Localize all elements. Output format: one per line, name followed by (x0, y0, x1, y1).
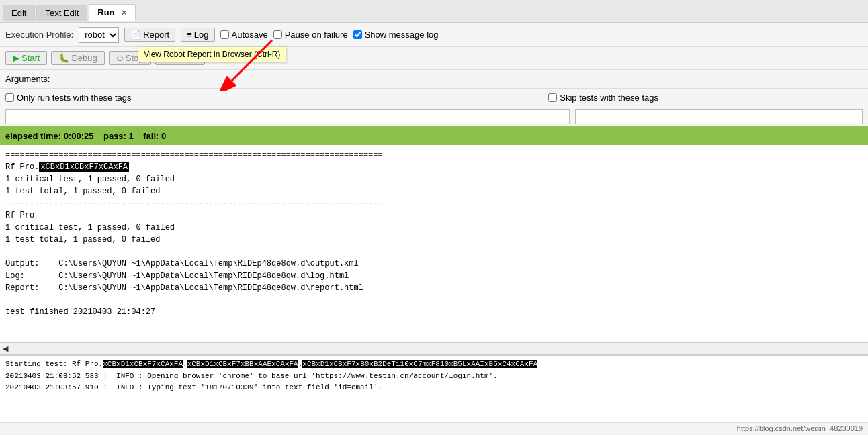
only-run-checkbox[interactable] (5, 93, 14, 102)
tab-edit[interactable]: Edit (3, 5, 35, 21)
pause-on-failure-group: Pause on failure (273, 30, 348, 40)
log-h1: xCBxD1xCBxF7xCAxFA (103, 360, 183, 368)
stop-icon: ⊙ (116, 53, 124, 63)
tab-bar: Edit Text Edit Run ✕ (0, 0, 868, 23)
debug-icon: 🐛 (58, 53, 69, 63)
only-run-label[interactable]: Only run tests with these tags (17, 93, 132, 103)
output-log-path: Log: C:\Users\QUYUN_~1\AppData\Local\Tem… (5, 270, 863, 282)
arguments-section: Arguments: (0, 70, 868, 89)
fail-count: fail: 0 (143, 131, 166, 141)
start-button[interactable]: ▶ Start (5, 51, 47, 65)
report-icon: 📄 (130, 30, 141, 40)
report-button-container: 📄 Report View Robot Report in Browser (C… (124, 28, 175, 42)
scroll-left-icon: ◀ (3, 344, 8, 353)
pause-on-failure-label[interactable]: Pause on failure (285, 30, 348, 40)
skip-tags-checkbox[interactable] (548, 93, 557, 102)
show-message-log-group: Show message log (353, 30, 439, 40)
pass-count: pass: 1 (103, 131, 134, 141)
autosave-label[interactable]: Autosave (232, 30, 268, 40)
skip-tags-input[interactable] (575, 109, 863, 124)
run-controls: ▶ Start 🐛 Debug ⊙ Stop ⏸ Pause (0, 47, 868, 70)
output-critical-2: 1 critical test, 1 passed, 0 failed (5, 222, 863, 234)
output-separator-1: ========================================… (5, 149, 863, 161)
log-line-2: 20210403 21:03:57.910 : INFO : Typing te… (5, 382, 863, 394)
report-button[interactable]: 📄 Report (124, 28, 175, 42)
output-separator-2: ----------------------------------------… (5, 197, 863, 209)
arguments-label: Arguments: (5, 74, 50, 84)
scroll-indicator[interactable]: ◀ (0, 343, 868, 355)
only-run-tags-input[interactable] (5, 109, 570, 124)
execution-profile-label: Execution Profile: (5, 30, 73, 40)
log-icon: ≡ (187, 30, 192, 40)
log-line-1: 20210403 21:03:52.583 : INFO : Opening b… (5, 371, 863, 383)
report-tooltip: View Robot Report in Browser (Ctrl-R) (138, 46, 286, 62)
autosave-group: Autosave (220, 30, 268, 40)
tags-inputs-row (0, 107, 868, 126)
output-blank (5, 294, 863, 306)
start-icon: ▶ (13, 53, 19, 63)
output-area[interactable]: ========================================… (0, 145, 868, 343)
tab-run[interactable]: Run ✕ (89, 4, 136, 21)
output-rf-pro-2: Rf Pro (5, 209, 863, 222)
output-separator-3: ========================================… (5, 246, 863, 258)
toolbar: Execution Profile: robot 📄 Report View R… (0, 23, 868, 47)
output-rf-pro-highlighted: Rf Pro.xCBxD1xCBxF7xCAxFA (5, 161, 863, 173)
bottom-info-bar: https://blog.csdn.net/weixin_48230019 (0, 422, 868, 434)
tab-close-icon[interactable]: ✕ (121, 9, 127, 17)
log-h3: xCBxD1xCBxF7xB0xB2DeTi10xC7mxF810xB5LxAA… (302, 360, 537, 368)
bottom-url: https://blog.csdn.net/weixin_48230019 (737, 424, 863, 432)
output-critical-1: 1 critical test, 1 passed, 0 failed (5, 173, 863, 185)
execution-profile-select[interactable]: robot (79, 27, 119, 43)
output-total-2: 1 test total, 1 passed, 0 failed (5, 234, 863, 246)
log-button[interactable]: ≡ Log (181, 28, 214, 42)
show-message-log-label[interactable]: Show message log (365, 30, 439, 40)
output-total-1: 1 test total, 1 passed, 0 failed (5, 185, 863, 197)
show-message-log-checkbox[interactable] (353, 30, 362, 39)
skip-tags-label[interactable]: Skip tests with these tags (560, 93, 658, 103)
tags-checkboxes-section: Only run tests with these tags Skip test… (0, 89, 868, 107)
debug-button[interactable]: 🐛 Debug (51, 51, 104, 65)
elapsed-time: elapsed time: 0:00:25 (5, 131, 94, 141)
status-bar: elapsed time: 0:00:25 pass: 1 fail: 0 (0, 126, 868, 145)
output-highlight-1: xCBxD1xCBxF7xCAxFA (39, 162, 129, 172)
log-area[interactable]: Starting test: Rf Pro.xCBxD1xCBxF7xCAxFA… (0, 355, 868, 422)
pause-on-failure-checkbox[interactable] (273, 30, 282, 39)
log-h2: xCBxD1xCBxF7xBBxAAExCAxFA (187, 360, 298, 368)
output-finished: test finished 20210403 21:04:27 (5, 306, 863, 318)
output-output-path: Output: C:\Users\QUYUN_~1\AppData\Local\… (5, 258, 863, 270)
output-report-path: Report: C:\Users\QUYUN_~1\AppData\Local\… (5, 282, 863, 294)
log-starting-line: Starting test: Rf Pro.xCBxD1xCBxF7xCAxFA… (5, 358, 863, 371)
autosave-checkbox[interactable] (220, 30, 229, 39)
tab-text-edit[interactable]: Text Edit (36, 5, 87, 21)
